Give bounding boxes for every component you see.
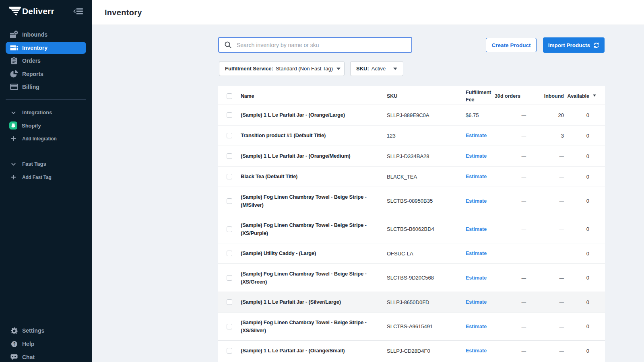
- svg-text:?: ?: [13, 342, 15, 346]
